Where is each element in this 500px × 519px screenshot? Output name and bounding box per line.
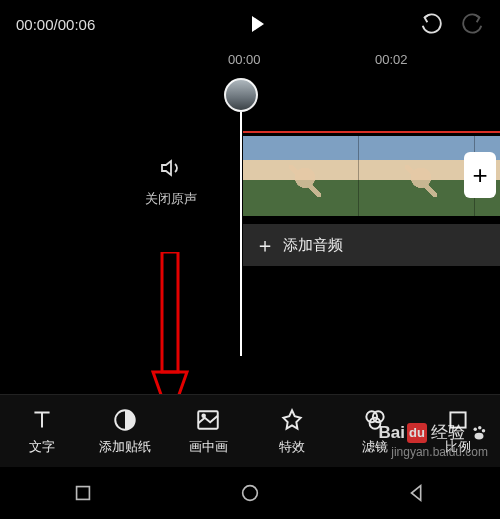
playhead-line[interactable]	[240, 112, 242, 356]
video-clip[interactable]	[359, 136, 475, 216]
timeline-workspace[interactable]: 关闭原声 + ＋ 添加音频	[0, 76, 500, 356]
undo-icon[interactable]	[420, 13, 442, 35]
ruler-tick-2: 00:02	[375, 52, 408, 67]
mute-original-button[interactable]: 关闭原声	[145, 156, 197, 208]
pip-icon	[195, 407, 221, 433]
nav-home-icon[interactable]	[239, 482, 261, 504]
playhead-thumb[interactable]	[224, 78, 258, 112]
nav-recent-icon[interactable]	[72, 482, 94, 504]
watermark: Baidu经验 jingyan.baidu.com	[379, 421, 488, 459]
tool-effect[interactable]: 特效	[254, 407, 330, 456]
time-display: 00:00/00:06	[16, 16, 95, 33]
svg-point-10	[474, 427, 477, 430]
svg-point-5	[203, 414, 206, 417]
speaker-icon	[159, 156, 183, 180]
plus-icon: ＋	[255, 232, 275, 259]
add-clip-button[interactable]: +	[464, 152, 496, 198]
undo-redo-group	[420, 13, 484, 35]
video-track[interactable]	[243, 136, 500, 216]
play-icon[interactable]	[252, 16, 264, 32]
redo-icon[interactable]	[462, 13, 484, 35]
video-clip[interactable]	[243, 136, 359, 216]
svg-point-15	[243, 486, 258, 501]
star-icon	[279, 407, 305, 433]
tool-pip[interactable]: 画中画	[170, 407, 246, 456]
svg-marker-0	[162, 161, 171, 175]
svg-point-12	[482, 429, 485, 432]
add-audio-label: 添加音频	[283, 236, 343, 255]
mute-label: 关闭原声	[145, 190, 197, 208]
tool-text[interactable]: 文字	[4, 407, 80, 456]
svg-rect-1	[162, 252, 178, 372]
nav-back-icon[interactable]	[406, 482, 428, 504]
svg-point-11	[478, 426, 481, 429]
text-icon	[29, 407, 55, 433]
ruler-tick-0: 00:00	[228, 52, 261, 67]
svg-point-13	[475, 432, 484, 439]
player-topbar: 00:00/00:06	[0, 0, 500, 48]
sticker-icon	[112, 407, 138, 433]
svg-rect-14	[77, 487, 90, 500]
time-ruler[interactable]: 00:00 00:02	[0, 48, 500, 76]
add-audio-button[interactable]: ＋ 添加音频	[243, 224, 500, 266]
system-navbar	[0, 467, 500, 519]
tool-sticker[interactable]: 添加贴纸	[87, 407, 163, 456]
